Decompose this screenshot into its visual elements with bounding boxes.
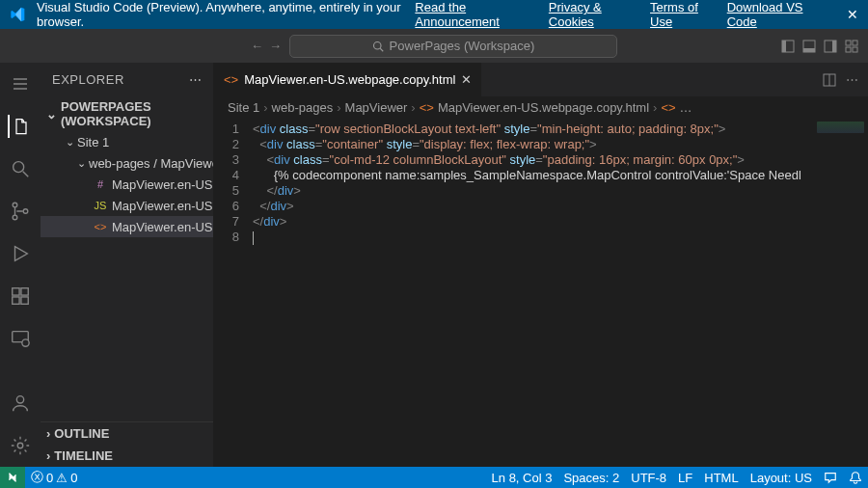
file-name: MapViewer.en-US.customj… [112, 199, 213, 213]
problems-indicator[interactable]: ⓧ0 ⚠0 [25, 467, 83, 488]
svg-point-22 [22, 339, 29, 346]
editor-tabs: <> MapViewer.en-US.webpage.copy.html ✕ ⋯ [214, 63, 868, 96]
banner-link-terms[interactable]: Terms of Use [650, 0, 716, 29]
svg-point-24 [17, 443, 23, 448]
tree-label: web-pages / MapViewer [89, 156, 213, 171]
activity-bar [0, 63, 41, 467]
workspace-section[interactable]: ⌄ POWERPAGES (WORKSPACE) [41, 96, 213, 131]
svg-rect-19 [21, 297, 28, 304]
source-control-icon[interactable] [9, 200, 32, 223]
html-file-icon: <> [661, 100, 675, 115]
breadcrumb-item[interactable]: … [680, 100, 692, 115]
settings-gear-icon[interactable] [9, 434, 32, 457]
forward-icon[interactable]: → [269, 39, 282, 53]
account-icon[interactable] [9, 392, 32, 415]
close-tab-icon[interactable]: ✕ [461, 72, 472, 87]
timeline-section[interactable]: › TIMELINE [41, 445, 213, 467]
cursor-position[interactable]: Ln 8, Col 3 [486, 471, 558, 485]
code-editor[interactable]: 12345678 <div class="row sectionBlockLay… [214, 118, 868, 467]
more-icon[interactable]: ⋯ [189, 72, 203, 87]
svg-point-15 [13, 215, 17, 220]
language-mode[interactable]: HTML [698, 471, 744, 485]
layout-panel-icon[interactable] [802, 40, 816, 53]
error-icon: ⓧ [31, 469, 43, 486]
nav-arrows: ← → [251, 39, 282, 53]
svg-rect-8 [846, 41, 851, 45]
warning-icon: ⚠ [56, 471, 68, 485]
close-icon[interactable]: ✕ [847, 7, 858, 22]
chevron-down-icon: ⌄ [77, 157, 89, 170]
chevron-down-icon: ⌄ [66, 136, 77, 149]
tree-folder-site1[interactable]: ⌄ Site 1 [41, 131, 213, 152]
status-bar: ⓧ0 ⚠0 Ln 8, Col 3 Spaces: 2 UTF-8 LF HTM… [0, 467, 868, 488]
search-icon [372, 41, 384, 52]
explorer-icon[interactable] [8, 115, 31, 138]
banner-link-privacy[interactable]: Privacy & Cookies [549, 0, 638, 29]
svg-line-13 [23, 172, 29, 177]
svg-point-14 [13, 203, 17, 207]
svg-point-12 [14, 162, 24, 173]
tree-file[interactable]: #MapViewer.en-US.customc… [41, 174, 213, 195]
minimap[interactable] [812, 118, 868, 467]
layout-customize-icon[interactable] [845, 40, 858, 53]
split-editor-icon[interactable] [823, 73, 836, 87]
eol[interactable]: LF [672, 471, 698, 485]
file-type-icon: JS [93, 200, 108, 211]
layout-sidebar-left-icon[interactable] [781, 40, 795, 53]
line-numbers: 12345678 [214, 118, 253, 467]
outline-section[interactable]: › OUTLINE [41, 422, 213, 445]
file-name: MapViewer.en-US.webpag… [112, 220, 213, 234]
layout-sidebar-right-icon[interactable] [824, 40, 837, 53]
svg-rect-18 [13, 297, 19, 304]
file-type-icon: # [93, 178, 108, 190]
tree-file[interactable]: <>MapViewer.en-US.webpag… [41, 216, 213, 237]
workspace-name: POWERPAGES (WORKSPACE) [61, 99, 207, 128]
editor-tab[interactable]: <> MapViewer.en-US.webpage.copy.html ✕ [214, 63, 482, 96]
svg-rect-5 [803, 48, 815, 52]
breadcrumbs[interactable]: Site 1›web-pages›MapViewer›<>MapViewer.e… [214, 96, 868, 118]
layout-controls [781, 40, 858, 53]
feedback-icon[interactable] [818, 471, 843, 484]
indentation[interactable]: Spaces: 2 [557, 471, 625, 485]
breadcrumb-item[interactable]: web-pages [272, 100, 334, 115]
tree-file[interactable]: JSMapViewer.en-US.customj… [41, 195, 213, 216]
chevron-right-icon: › [46, 426, 50, 441]
explorer-header: EXPLORER ⋯ [41, 63, 213, 96]
file-tree: ⌄ Site 1 ⌄ web-pages / MapViewer #MapVie… [41, 131, 213, 421]
extensions-icon[interactable] [9, 285, 32, 308]
breadcrumb-item[interactable]: MapViewer [345, 100, 408, 115]
tree-folder-mapviewer[interactable]: ⌄ web-pages / MapViewer [41, 152, 213, 174]
remote-explorer-icon[interactable] [9, 327, 32, 350]
more-actions-icon[interactable]: ⋯ [846, 72, 858, 87]
back-icon[interactable]: ← [251, 39, 263, 53]
command-center[interactable]: PowerPages (Workspace) [289, 35, 617, 58]
html-file-icon: <> [224, 72, 238, 87]
banner-link-download[interactable]: Download VS Code [727, 0, 824, 29]
code-content[interactable]: <div class="row sectionBlockLayout text-… [253, 118, 812, 467]
tab-title: MapViewer.en-US.webpage.copy.html [244, 72, 455, 87]
breadcrumb-item[interactable]: Site 1 [228, 100, 259, 115]
svg-rect-11 [853, 47, 857, 52]
timeline-label: TIMELINE [54, 448, 113, 463]
explorer-sidebar: EXPLORER ⋯ ⌄ POWERPAGES (WORKSPACE) ⌄ Si… [41, 63, 214, 467]
encoding[interactable]: UTF-8 [625, 471, 672, 485]
menu-icon[interactable] [9, 72, 32, 95]
svg-rect-3 [782, 41, 786, 52]
file-type-icon: <> [93, 221, 108, 232]
notifications-icon[interactable] [843, 471, 868, 484]
svg-rect-17 [13, 288, 19, 295]
file-name: MapViewer.en-US.customc… [112, 177, 213, 192]
banner-link-announcement[interactable]: Read the Announcement [415, 0, 536, 29]
svg-rect-20 [21, 288, 28, 295]
breadcrumb-item[interactable]: MapViewer.en-US.webpage.copy.html [438, 100, 649, 115]
vscode-icon [10, 7, 25, 22]
keyboard-layout[interactable]: Layout: US [745, 471, 818, 485]
explorer-title: EXPLORER [52, 72, 124, 87]
run-debug-icon[interactable] [9, 242, 32, 265]
editor-area: <> MapViewer.en-US.webpage.copy.html ✕ ⋯… [214, 63, 868, 467]
info-banner: Visual Studio Code (Preview). Anywhere, … [0, 0, 868, 29]
search-activity-icon[interactable] [9, 157, 32, 180]
remote-indicator[interactable] [0, 467, 25, 488]
chevron-right-icon: › [46, 448, 50, 463]
svg-point-23 [16, 396, 23, 403]
